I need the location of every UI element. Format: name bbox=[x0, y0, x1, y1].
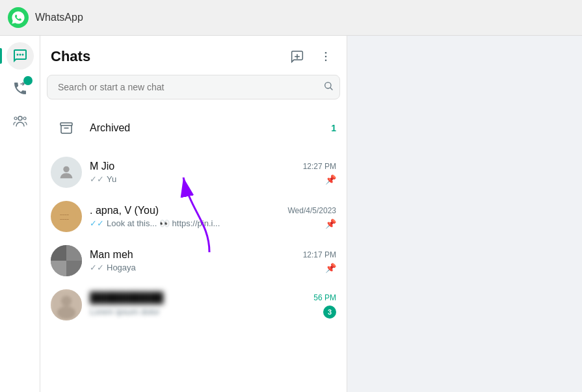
svg-point-7 bbox=[325, 52, 327, 54]
svg-rect-14 bbox=[57, 207, 76, 226]
chat-time-apna: Wed/4/5/2023 bbox=[287, 206, 336, 215]
avatar-manmeh bbox=[51, 245, 82, 276]
active-indicator bbox=[0, 48, 2, 64]
more-options-icon bbox=[319, 50, 332, 63]
chat-name-row-mjio: M Jio 12:27 PM bbox=[90, 161, 336, 172]
search-input[interactable] bbox=[47, 75, 340, 99]
chat-info-manmeh: Man meh 12:17 PM ✓✓ Hogaya 📌 bbox=[90, 249, 336, 273]
svg-point-12 bbox=[63, 166, 69, 172]
app-title: WhatsApp bbox=[35, 12, 83, 23]
chat-msg-row-apna: ✓✓ Look at this... 👀 https://pin.i... 📌 bbox=[90, 218, 336, 229]
chat-time-blurred: 56 PM bbox=[313, 293, 336, 302]
avatar-apna: ~~~~ ~~~~ bbox=[51, 201, 82, 232]
header-icons bbox=[287, 46, 336, 67]
svg-point-5 bbox=[23, 117, 26, 120]
more-options-button[interactable] bbox=[315, 46, 336, 67]
sidebar-item-calls[interactable] bbox=[7, 75, 34, 102]
chat-name-row-blurred: ██████████ 56 PM bbox=[90, 292, 336, 304]
chat-panel: Chats bbox=[40, 36, 347, 392]
unread-badge-blurred: 3 bbox=[323, 306, 336, 319]
pin-icon-manmeh: 📌 bbox=[325, 263, 336, 273]
icon-sidebar bbox=[0, 36, 40, 392]
svg-rect-20 bbox=[66, 261, 82, 276]
man-avatar-mosaic bbox=[51, 245, 82, 276]
avatar-mjio bbox=[51, 157, 82, 188]
svg-point-1 bbox=[19, 54, 21, 56]
double-tick-icon: ✓✓ bbox=[90, 174, 104, 184]
svg-point-22 bbox=[61, 296, 72, 306]
chat-msg-blurred: Lorem ipsum dolor bbox=[90, 307, 160, 317]
chats-icon bbox=[12, 48, 28, 64]
svg-point-4 bbox=[18, 116, 22, 120]
svg-point-9 bbox=[325, 60, 327, 62]
main-layout: Chats bbox=[0, 36, 582, 392]
avatar-blurred bbox=[51, 289, 82, 320]
svg-text:~~~~: ~~~~ bbox=[60, 213, 70, 216]
search-bar bbox=[47, 75, 340, 99]
blurred-avatar-img bbox=[51, 289, 82, 320]
chat-msg-row-blurred: Lorem ipsum dolor 3 bbox=[90, 306, 336, 319]
archived-label: Archived bbox=[90, 122, 323, 134]
svg-rect-11 bbox=[60, 123, 72, 125]
chat-time-manmeh: 12:17 PM bbox=[303, 250, 336, 259]
chat-list: Archived 1 M Jio 12:27 PM bbox=[40, 106, 347, 392]
double-tick-blue-icon: ✓✓ bbox=[90, 218, 104, 228]
new-chat-icon bbox=[291, 50, 304, 63]
chat-item-mjio[interactable]: M Jio 12:27 PM ✓✓ Yu 📌 bbox=[40, 150, 347, 194]
svg-point-2 bbox=[16, 54, 18, 56]
archived-count: 1 bbox=[331, 123, 336, 133]
pin-icon-mjio: 📌 bbox=[325, 174, 336, 185]
chat-name-manmeh: Man meh bbox=[90, 249, 133, 261]
chat-item-blurred[interactable]: ██████████ 56 PM Lorem ipsum dolor 3 bbox=[40, 283, 347, 327]
svg-rect-17 bbox=[51, 245, 66, 261]
svg-point-23 bbox=[57, 306, 75, 319]
svg-rect-18 bbox=[66, 245, 82, 261]
chat-name-row-manmeh: Man meh 12:17 PM bbox=[90, 249, 336, 261]
search-icon bbox=[323, 81, 334, 94]
chat-name-mjio: M Jio bbox=[90, 161, 114, 172]
title-bar: WhatsApp bbox=[0, 0, 582, 36]
chat-info-blurred: ██████████ 56 PM Lorem ipsum dolor 3 bbox=[90, 292, 336, 319]
svg-point-6 bbox=[14, 117, 17, 120]
chat-info-mjio: M Jio 12:27 PM ✓✓ Yu 📌 bbox=[90, 161, 336, 185]
chat-msg-row-manmeh: ✓✓ Hogaya 📌 bbox=[90, 263, 336, 273]
apna-avatar-design: ~~~~ ~~~~ bbox=[57, 207, 76, 226]
sidebar-item-communities[interactable] bbox=[7, 107, 34, 135]
chat-time-mjio: 12:27 PM bbox=[303, 162, 336, 171]
chats-title: Chats bbox=[51, 48, 90, 65]
pin-icon-apna: 📌 bbox=[325, 218, 336, 229]
svg-text:~~~~: ~~~~ bbox=[60, 217, 70, 221]
svg-rect-19 bbox=[51, 261, 66, 276]
calls-badge bbox=[23, 76, 33, 85]
chat-msg-apna: ✓✓ Look at this... 👀 https://pin.i... bbox=[90, 218, 220, 228]
sidebar-item-chats[interactable] bbox=[7, 42, 34, 70]
chat-msg-mjio: ✓✓ Yu bbox=[90, 174, 116, 184]
person-icon bbox=[57, 163, 75, 181]
communities-icon bbox=[12, 113, 28, 129]
right-panel bbox=[347, 36, 582, 392]
svg-point-8 bbox=[325, 56, 327, 58]
chat-info-apna: . apna, V (You) Wed/4/5/2023 ✓✓ Look at … bbox=[90, 205, 336, 229]
chat-item-manmeh[interactable]: Man meh 12:17 PM ✓✓ Hogaya 📌 bbox=[40, 239, 347, 283]
archive-icon bbox=[51, 112, 82, 144]
svg-point-3 bbox=[21, 54, 23, 56]
double-tick-gray-icon: ✓✓ bbox=[90, 263, 104, 272]
whatsapp-logo-icon bbox=[8, 7, 29, 28]
chat-name-apna: . apna, V (You) bbox=[90, 205, 159, 216]
chat-name-blurred: ██████████ bbox=[90, 292, 163, 304]
chat-msg-row-mjio: ✓✓ Yu 📌 bbox=[90, 174, 336, 185]
chat-msg-manmeh: ✓✓ Hogaya bbox=[90, 263, 136, 272]
chat-name-row-apna: . apna, V (You) Wed/4/5/2023 bbox=[90, 205, 336, 216]
chat-header: Chats bbox=[40, 36, 347, 75]
chat-item-apna[interactable]: ~~~~ ~~~~ . apna, V (You) Wed/4/5/2023 ✓… bbox=[40, 194, 347, 239]
new-chat-button[interactable] bbox=[287, 46, 308, 67]
archived-row[interactable]: Archived 1 bbox=[40, 106, 347, 150]
